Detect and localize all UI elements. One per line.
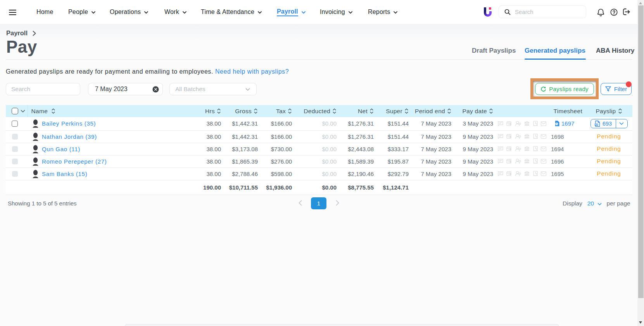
svg-text:PDF: PDF bbox=[594, 124, 598, 126]
